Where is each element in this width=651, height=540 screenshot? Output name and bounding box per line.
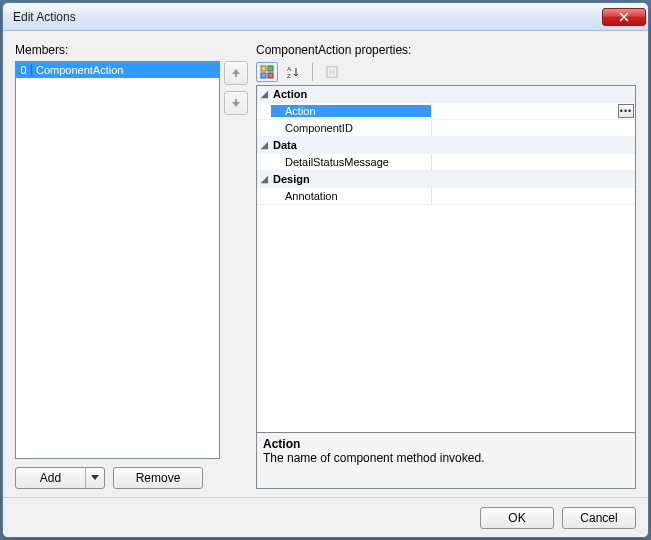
property-help-panel: Action The name of component method invo…: [256, 433, 636, 489]
svg-rect-2: [261, 73, 266, 78]
ok-button[interactable]: OK: [480, 507, 554, 529]
dialog-content: Members: 0ComponentAction Add Remove: [3, 31, 648, 497]
svg-rect-0: [261, 66, 266, 71]
svg-rect-3: [268, 73, 273, 78]
remove-button[interactable]: Remove: [113, 467, 203, 489]
property-value[interactable]: [431, 120, 635, 136]
ok-button-label: OK: [508, 511, 525, 525]
categorized-button[interactable]: [256, 62, 278, 82]
collapse-icon[interactable]: ◢: [257, 89, 271, 99]
property-name: Annotation: [271, 190, 431, 202]
list-item-label: ComponentAction: [32, 64, 127, 76]
property-row[interactable]: DetailStatusMessage: [257, 154, 635, 171]
chevron-down-icon: [91, 475, 99, 481]
property-category[interactable]: ◢Design: [257, 171, 635, 188]
add-dropdown[interactable]: [86, 475, 104, 481]
members-panel: Members: 0ComponentAction Add Remove: [15, 43, 220, 489]
propertygrid-toolbar: A Z: [256, 61, 636, 85]
help-description: The name of component method invoked.: [263, 451, 629, 465]
add-button[interactable]: Add: [15, 467, 105, 489]
property-value[interactable]: •••: [431, 103, 635, 119]
remove-button-label: Remove: [136, 471, 181, 485]
dialog-title: Edit Actions: [13, 10, 76, 24]
arrow-down-icon: [231, 98, 241, 108]
cancel-button-label: Cancel: [580, 511, 617, 525]
property-row[interactable]: Action•••: [257, 103, 635, 120]
property-row[interactable]: Annotation: [257, 188, 635, 205]
add-button-label: Add: [16, 468, 86, 488]
property-category[interactable]: ◢Data: [257, 137, 635, 154]
category-label: Data: [271, 139, 431, 151]
arrow-up-icon: [231, 68, 241, 78]
properties-label: ComponentAction properties:: [256, 43, 636, 57]
svg-text:Z: Z: [287, 73, 291, 79]
move-down-button[interactable]: [224, 91, 248, 115]
sort-az-icon: A Z: [286, 65, 300, 79]
property-pages-button[interactable]: [321, 62, 343, 82]
cancel-button[interactable]: Cancel: [562, 507, 636, 529]
page-icon: [325, 65, 339, 79]
property-name: Action: [271, 105, 431, 117]
edit-actions-dialog: Edit Actions Members: 0ComponentAction A…: [2, 2, 649, 538]
property-category[interactable]: ◢Action: [257, 86, 635, 103]
property-name: DetailStatusMessage: [271, 156, 431, 168]
categorized-icon: [260, 65, 274, 79]
titlebar: Edit Actions: [3, 3, 648, 31]
property-value[interactable]: [431, 154, 635, 170]
collapse-icon[interactable]: ◢: [257, 140, 271, 150]
category-label: Design: [271, 173, 431, 185]
members-label: Members:: [15, 43, 220, 57]
svg-rect-1: [268, 66, 273, 71]
toolbar-divider: [312, 63, 313, 81]
close-button[interactable]: [602, 8, 646, 26]
property-name: ComponentID: [271, 122, 431, 134]
property-row[interactable]: ComponentID: [257, 120, 635, 137]
move-up-button[interactable]: [224, 61, 248, 85]
alphabetical-button[interactable]: A Z: [282, 62, 304, 82]
help-title: Action: [263, 437, 629, 451]
list-item-index: 0: [16, 64, 32, 76]
close-icon: [619, 12, 629, 22]
dialog-footer: OK Cancel: [3, 497, 648, 537]
svg-text:A: A: [287, 66, 291, 72]
list-item[interactable]: 0ComponentAction: [16, 62, 219, 78]
ellipsis-button[interactable]: •••: [618, 104, 634, 118]
property-value[interactable]: [431, 188, 635, 204]
category-label: Action: [271, 88, 431, 100]
collapse-icon[interactable]: ◢: [257, 174, 271, 184]
reorder-panel: [224, 43, 252, 489]
properties-panel: ComponentAction properties: A: [256, 43, 636, 489]
property-grid[interactable]: ◢ActionAction•••ComponentID◢DataDetailSt…: [256, 85, 636, 433]
members-listbox[interactable]: 0ComponentAction: [15, 61, 220, 459]
